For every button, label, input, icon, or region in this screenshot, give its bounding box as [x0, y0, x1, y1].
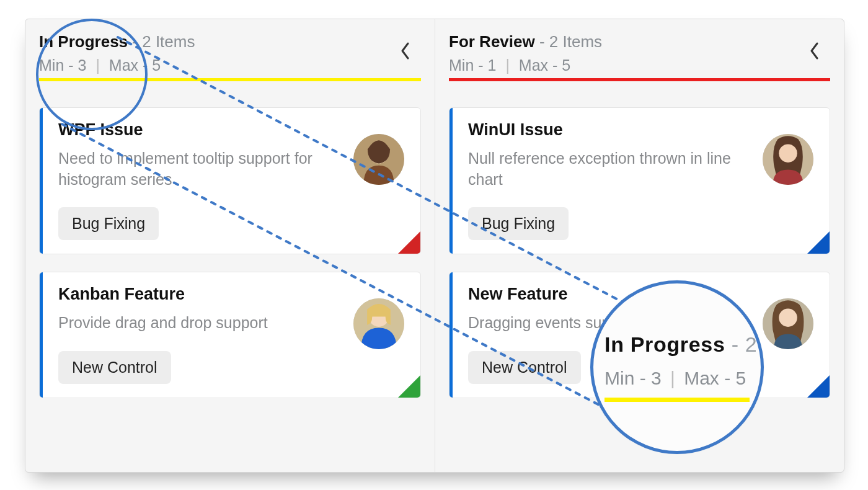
column-count-sep: - [132, 32, 142, 51]
column-title-row: For Review - 2 Items [449, 32, 830, 53]
column-in-progress: In Progress - 2 Items Min - 3 | Max - 5 [25, 19, 435, 472]
callout-max-label: Max [684, 368, 719, 388]
card-description: Null reference exception thrown in line … [468, 148, 735, 190]
column-title-row: In Progress - 2 Items [39, 32, 421, 53]
limits-sep: | [505, 56, 510, 74]
min-value: 3 [78, 56, 87, 74]
column-header: For Review - 2 Items Min - 1 | Max - 5 [449, 32, 830, 90]
column-accent-bar [39, 78, 421, 81]
max-label: Max [519, 56, 548, 74]
avatar-icon [763, 134, 813, 185]
callout-min-value: 3 [651, 368, 662, 388]
card-tag-chip[interactable]: New Control [468, 351, 581, 384]
callout-accent-bar [604, 398, 750, 402]
avatar-icon [353, 134, 404, 185]
chevron-left-icon [808, 42, 821, 60]
column-limits: Min - 1 | Max - 5 [449, 56, 830, 74]
callout-count: 2 [745, 332, 758, 356]
column-count: 2 [142, 32, 151, 51]
card-tag-chip[interactable]: Bug Fixing [468, 207, 569, 240]
assignee-avatar[interactable] [353, 298, 404, 349]
card-accent-stripe [450, 272, 453, 398]
callout-title-row: In Progress - 2 [604, 332, 750, 357]
card-accent-stripe [450, 108, 453, 254]
collapse-column-button[interactable] [804, 40, 825, 61]
kanban-card[interactable]: WinUI Issue Null reference exception thr… [449, 107, 830, 255]
chevron-left-icon [399, 42, 412, 60]
svg-point-5 [779, 144, 797, 163]
avatar-icon [353, 298, 404, 349]
priority-indicator [398, 375, 420, 398]
avatar-icon [763, 298, 813, 349]
card-description: Provide drag and drop support [58, 313, 325, 334]
max-label: Max [109, 56, 138, 74]
callout-title: In Progress [604, 332, 725, 356]
collapse-column-button[interactable] [395, 40, 416, 61]
limits-sep: | [95, 56, 100, 74]
priority-indicator [807, 375, 830, 398]
card-accent-stripe [40, 108, 43, 254]
min-value: 1 [488, 56, 497, 74]
assignee-avatar[interactable] [763, 134, 813, 185]
max-value: 5 [562, 56, 570, 74]
card-title: Kanban Feature [58, 285, 405, 304]
column-count-suffix: Items [563, 32, 603, 51]
card-accent-stripe [40, 272, 43, 398]
column-header: In Progress - 2 Items Min - 3 | Max - 5 [39, 32, 421, 90]
kanban-card[interactable]: Kanban Feature Provide drag and drop sup… [39, 272, 421, 398]
priority-indicator [807, 231, 830, 254]
kanban-card[interactable]: WPF Issue Need to implement tooltip supp… [39, 107, 421, 255]
column-count: 2 [549, 32, 558, 51]
callout-limits-row: Min - 3 | Max - 5 [604, 368, 750, 389]
card-title: WinUI Issue [468, 120, 815, 140]
callout-max-value: 5 [736, 368, 746, 388]
assignee-avatar[interactable] [763, 298, 813, 349]
card-description: Need to implement tooltip support for hi… [58, 148, 325, 190]
column-limits: Min - 3 | Max - 5 [39, 56, 421, 74]
column-accent-bar [449, 78, 830, 81]
assignee-avatar[interactable] [353, 134, 404, 185]
card-title: WPF Issue [58, 120, 405, 140]
min-label: Min [449, 56, 474, 74]
card-tag-chip[interactable]: Bug Fixing [58, 207, 159, 240]
column-count-suffix: Items [156, 32, 195, 51]
min-label: Min [39, 56, 64, 74]
svg-point-7 [779, 309, 797, 327]
priority-indicator [398, 231, 420, 254]
card-tag-chip[interactable]: New Control [58, 351, 171, 384]
column-title: For Review [449, 32, 535, 51]
max-value: 5 [152, 56, 161, 74]
callout-magnifier: In Progress - 2 Min - 3 | Max - 5 [590, 280, 764, 454]
callout-min-label: Min [604, 368, 634, 388]
column-title: In Progress [39, 32, 128, 51]
